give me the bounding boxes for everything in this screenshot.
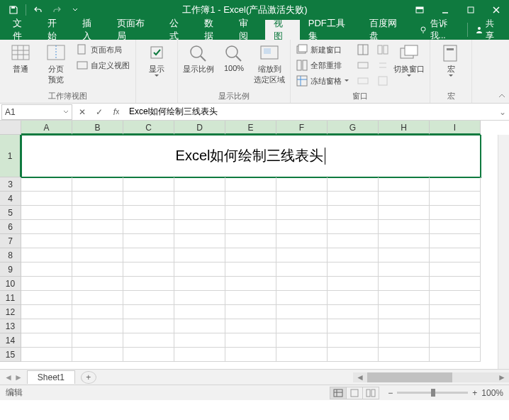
unhide-button[interactable] (356, 74, 370, 88)
switch-windows-button[interactable]: 切换窗口 (393, 41, 425, 77)
cell[interactable] (328, 291, 379, 305)
row-header[interactable]: 14 (0, 333, 21, 348)
cell[interactable] (276, 248, 328, 262)
row-header[interactable]: 15 (0, 348, 21, 362)
col-header[interactable]: F (276, 121, 328, 135)
cell[interactable] (174, 291, 225, 305)
row-header[interactable]: 8 (0, 248, 21, 262)
ribbon-options-icon[interactable] (407, 0, 432, 20)
name-box[interactable]: A1 (1, 104, 72, 120)
cell[interactable] (123, 234, 174, 248)
zoom-in-button[interactable]: + (472, 388, 477, 398)
cell[interactable] (276, 234, 328, 248)
cell[interactable] (328, 333, 379, 348)
cell[interactable] (328, 348, 379, 362)
cell[interactable] (123, 177, 174, 192)
cell[interactable] (379, 305, 430, 319)
cell[interactable] (328, 234, 379, 248)
cell[interactable] (123, 333, 174, 348)
row-header[interactable]: 9 (0, 262, 21, 277)
cell[interactable] (72, 206, 123, 220)
split-button[interactable] (356, 43, 370, 57)
cell[interactable] (430, 277, 481, 291)
cell[interactable] (72, 277, 123, 291)
cell[interactable] (21, 333, 72, 348)
row-header[interactable]: 1 (0, 135, 21, 177)
cell[interactable] (430, 305, 481, 319)
cell[interactable] (430, 192, 481, 206)
cell[interactable] (225, 291, 276, 305)
cell[interactable] (21, 348, 72, 362)
cell[interactable] (225, 333, 276, 348)
cell[interactable] (21, 277, 72, 291)
expand-formula-icon[interactable]: ⌄ (496, 107, 509, 117)
cell[interactable] (72, 234, 123, 248)
collapse-ribbon-icon[interactable] (498, 92, 506, 101)
cell[interactable] (276, 220, 328, 234)
tab-review[interactable]: 审阅 (230, 20, 265, 40)
cell[interactable] (276, 177, 328, 192)
cell[interactable] (72, 305, 123, 319)
cell[interactable] (21, 234, 72, 248)
scroll-thumb[interactable] (367, 372, 452, 382)
cell[interactable] (430, 319, 481, 333)
tab-page-layout[interactable]: 页面布局 (108, 20, 161, 40)
cell[interactable] (174, 177, 225, 192)
cell[interactable] (379, 248, 430, 262)
cell[interactable] (72, 177, 123, 192)
minimize-icon[interactable] (432, 0, 458, 20)
cell[interactable] (21, 305, 72, 319)
cell[interactable] (174, 348, 225, 362)
cell[interactable] (123, 220, 174, 234)
col-header[interactable]: D (174, 121, 225, 135)
cell[interactable] (174, 248, 225, 262)
cell[interactable] (225, 177, 276, 192)
cell[interactable] (174, 319, 225, 333)
cell[interactable] (276, 348, 328, 362)
cell[interactable] (225, 277, 276, 291)
cell[interactable] (123, 291, 174, 305)
cell[interactable] (328, 220, 379, 234)
cell[interactable] (430, 291, 481, 305)
cell[interactable] (328, 206, 379, 220)
cell[interactable] (123, 348, 174, 362)
macros-button[interactable]: 宏 (435, 41, 467, 77)
cell[interactable] (123, 206, 174, 220)
tab-pdf[interactable]: PDF工具集 (300, 20, 361, 40)
zoom-selection-button[interactable]: 缩放到 选定区域 (253, 41, 286, 85)
cell[interactable] (276, 291, 328, 305)
cell[interactable] (430, 220, 481, 234)
cell[interactable] (225, 305, 276, 319)
cell[interactable] (328, 262, 379, 277)
cell[interactable] (21, 220, 72, 234)
grid-body[interactable]: 1 Excel如何绘制三线表头 3 4 5 6 7 8 9 10 11 12 1… (0, 135, 509, 369)
tab-view[interactable]: 视图 (265, 20, 300, 40)
col-header[interactable]: I (430, 121, 481, 135)
normal-view-icon[interactable] (330, 387, 347, 399)
col-header[interactable]: H (379, 121, 430, 135)
cell[interactable] (430, 248, 481, 262)
cell[interactable] (225, 348, 276, 362)
custom-views-button[interactable]: 自定义视图 (75, 58, 131, 72)
cell[interactable] (174, 333, 225, 348)
tab-file[interactable]: 文件 (4, 20, 39, 40)
cell[interactable] (276, 277, 328, 291)
cell[interactable] (225, 319, 276, 333)
tab-baidu[interactable]: 百度网盘 (361, 20, 413, 40)
zoom-level[interactable]: 100% (481, 388, 503, 398)
cell[interactable] (379, 262, 430, 277)
cell[interactable] (379, 206, 430, 220)
tab-data[interactable]: 数据 (196, 20, 230, 40)
row-header[interactable]: 3 (0, 177, 21, 192)
cell[interactable] (21, 177, 72, 192)
tab-formulas[interactable]: 公式 (161, 20, 196, 40)
next-sheet-icon[interactable]: ► (14, 372, 23, 382)
row-header[interactable]: 4 (0, 192, 21, 206)
cell[interactable] (379, 319, 430, 333)
cell[interactable] (123, 319, 174, 333)
col-header[interactable]: G (328, 121, 379, 135)
pagebreak-view-icon[interactable] (362, 387, 379, 399)
vertical-scrollbar[interactable] (498, 135, 509, 369)
row-header[interactable]: 11 (0, 291, 21, 305)
cell[interactable] (21, 319, 72, 333)
